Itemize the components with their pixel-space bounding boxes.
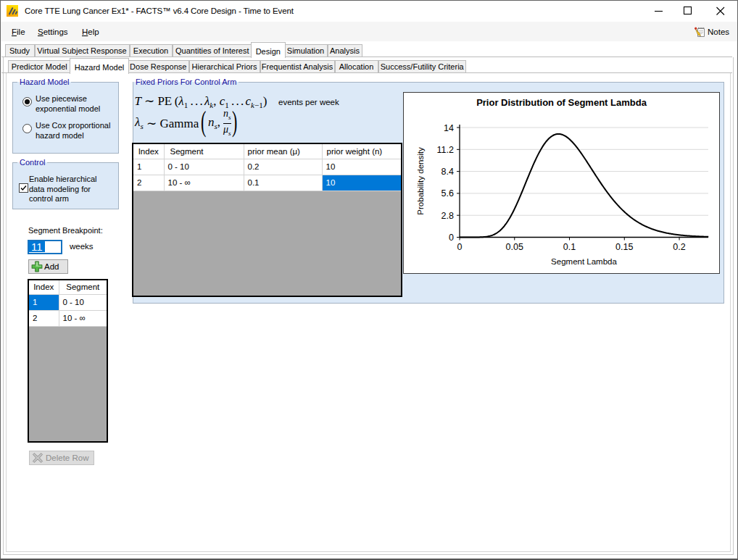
- svg-text:2.8: 2.8: [441, 211, 454, 221]
- svg-text:Probability density: Probability density: [416, 147, 425, 215]
- svg-text:5.6: 5.6: [441, 188, 454, 198]
- svg-text:0: 0: [457, 242, 463, 252]
- svg-text:0.1: 0.1: [563, 242, 576, 252]
- svg-text:11.2: 11.2: [437, 145, 454, 155]
- svg-text:Segment Lambda: Segment Lambda: [551, 257, 617, 266]
- svg-text:0.05: 0.05: [506, 242, 523, 252]
- svg-text:0: 0: [449, 233, 454, 243]
- svg-text:14: 14: [444, 123, 454, 133]
- svg-text:0.15: 0.15: [615, 242, 633, 252]
- svg-text:0.2: 0.2: [673, 242, 685, 252]
- svg-text:8.4: 8.4: [441, 167, 454, 177]
